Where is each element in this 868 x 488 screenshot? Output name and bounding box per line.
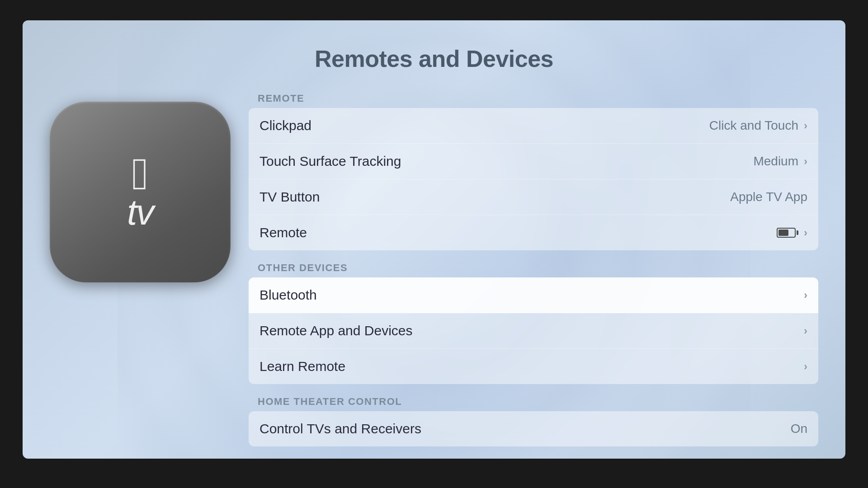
control-tvs-right: On (791, 422, 807, 436)
remote-app-right: › (804, 324, 807, 337)
touch-surface-right: Medium › (753, 154, 807, 169)
remote-row[interactable]: Remote › (249, 215, 818, 250)
battery-body (777, 228, 796, 238)
section-label-remote: REMOTE (249, 93, 818, 104)
battery-tip (797, 230, 798, 235)
section-label-other-devices: OTHER DEVICES (249, 262, 818, 274)
remote-right: › (777, 226, 807, 239)
section-label-home-theater: HOME THEATER CONTROL (249, 396, 818, 408)
touch-surface-chevron-icon: › (804, 155, 807, 168)
tv-label: tv (127, 192, 153, 233)
apple-tv-icon:  tv (50, 102, 231, 282)
bluetooth-right: › (804, 289, 807, 301)
clickpad-label: Clickpad (259, 118, 311, 133)
control-tvs-row[interactable]: Control TVs and Receivers On (249, 411, 818, 446)
clickpad-row[interactable]: Clickpad Click and Touch › (249, 108, 818, 144)
page-title: Remotes and Devices (315, 45, 553, 72)
settings-panel: REMOTE Clickpad Click and Touch › Touch … (249, 88, 818, 454)
touch-surface-label: Touch Surface Tracking (259, 154, 401, 169)
remote-label: Remote (259, 225, 307, 240)
learn-remote-row[interactable]: Learn Remote › (249, 349, 818, 384)
remote-settings-group: Clickpad Click and Touch › Touch Surface… (249, 108, 818, 250)
learn-remote-chevron-icon: › (804, 360, 807, 373)
remote-app-row[interactable]: Remote App and Devices › (249, 313, 818, 349)
remote-app-label: Remote App and Devices (259, 323, 413, 338)
tv-button-row[interactable]: TV Button Apple TV App (249, 179, 818, 215)
home-theater-settings-group: Control TVs and Receivers On (249, 411, 818, 446)
learn-remote-right: › (804, 360, 807, 373)
touch-surface-row[interactable]: Touch Surface Tracking Medium › (249, 144, 818, 179)
touch-surface-value: Medium (753, 154, 798, 169)
learn-remote-label: Learn Remote (259, 359, 345, 374)
tv-button-value: Apple TV App (730, 190, 807, 204)
clickpad-right: Click and Touch › (709, 118, 807, 133)
bluetooth-label: Bluetooth (259, 287, 317, 303)
tv-button-label: TV Button (259, 189, 320, 205)
bluetooth-chevron-icon: › (804, 289, 807, 301)
control-tvs-value: On (791, 422, 807, 436)
battery-icon (777, 228, 798, 238)
battery-fill (778, 230, 788, 236)
tv-bezel: Remotes and Devices  tv REMOTE Clickpad… (0, 0, 868, 488)
clickpad-value: Click and Touch (709, 118, 798, 133)
remote-app-chevron-icon: › (804, 324, 807, 337)
remote-chevron-icon: › (804, 226, 807, 239)
content-area:  tv REMOTE Clickpad Click and Touch › (23, 88, 845, 459)
clickpad-chevron-icon: › (804, 119, 807, 132)
apple-logo-icon:  (132, 151, 149, 196)
tv-button-right: Apple TV App (730, 190, 807, 204)
tv-screen: Remotes and Devices  tv REMOTE Clickpad… (23, 20, 845, 459)
bluetooth-row[interactable]: Bluetooth › (249, 277, 818, 313)
other-devices-settings-group: Bluetooth › Remote App and Devices › Lea… (249, 277, 818, 384)
control-tvs-label: Control TVs and Receivers (259, 421, 421, 436)
